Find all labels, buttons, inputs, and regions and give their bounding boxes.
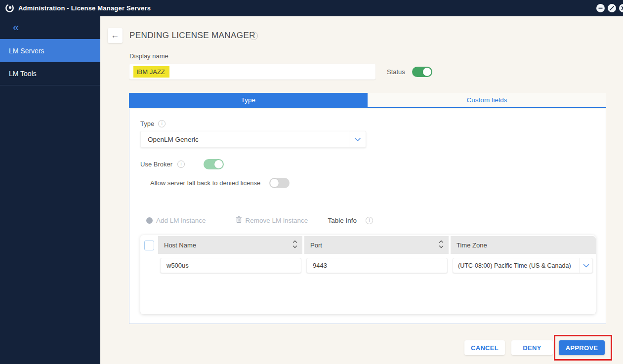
host-name-input[interactable] xyxy=(160,258,301,273)
sort-icon xyxy=(292,240,297,250)
back-arrow-icon: ← xyxy=(111,31,120,40)
app-logo-icon xyxy=(5,3,14,13)
add-lm-instance-label: Add LM instance xyxy=(156,217,206,224)
use-broker-label: Use Broker xyxy=(140,161,172,168)
add-lm-instance-button[interactable]: Add LM instance xyxy=(146,217,206,224)
table-info-icon[interactable] xyxy=(366,217,373,224)
fallback-row: Allow server fall back to denied license xyxy=(150,178,290,188)
toggle-knob xyxy=(214,160,223,168)
restore-icon[interactable] xyxy=(608,4,616,12)
column-header-label: Host Name xyxy=(164,242,196,249)
sidebar-item-label: LM Tools xyxy=(9,70,37,78)
remove-lm-instance-label: Remove LM instance xyxy=(246,217,308,224)
tab-bar: Type Custom fields xyxy=(129,93,606,108)
window-controls xyxy=(596,4,623,12)
remove-lm-instance-button[interactable]: Remove LM instance xyxy=(236,216,308,225)
toggle-knob xyxy=(423,68,431,76)
sidebar: « LM Servers LM Tools xyxy=(0,16,100,364)
display-name-input[interactable]: IBM JAZZ xyxy=(129,64,375,80)
tab-type[interactable]: Type xyxy=(129,93,368,107)
port-input[interactable] xyxy=(306,258,448,273)
add-icon xyxy=(146,217,153,224)
close-icon[interactable] xyxy=(619,4,623,12)
sort-icon xyxy=(439,240,444,250)
use-broker-toggle[interactable] xyxy=(204,159,224,169)
sidebar-item-lm-servers[interactable]: LM Servers xyxy=(0,39,100,62)
table-info-button[interactable]: Table Info xyxy=(328,217,373,224)
column-header-label: Time Zone xyxy=(457,242,487,249)
approve-button[interactable]: APPROVE xyxy=(559,340,605,355)
minimize-icon[interactable] xyxy=(596,4,605,12)
status-label: Status xyxy=(387,68,405,76)
lm-instance-table: Host Name Port xyxy=(140,235,596,314)
status-toggle[interactable] xyxy=(412,67,432,77)
fallback-toggle[interactable] xyxy=(269,178,290,188)
trash-icon xyxy=(236,216,242,225)
tab-custom-fields[interactable]: Custom fields xyxy=(368,93,606,107)
type-select[interactable]: OpenLM Generic xyxy=(140,131,366,148)
chevron-down-icon xyxy=(349,131,366,147)
column-header-host-name[interactable]: Host Name xyxy=(158,236,302,254)
use-broker-row: Use Broker xyxy=(140,159,224,169)
deny-button[interactable]: DENY xyxy=(511,340,553,355)
sidebar-item-lm-tools[interactable]: LM Tools xyxy=(0,62,100,85)
page-info-icon[interactable] xyxy=(249,32,258,40)
toggle-knob xyxy=(270,179,279,187)
select-all-checkbox[interactable] xyxy=(144,241,154,250)
type-tab-panel: Type OpenLM Generic Use Broker Allow ser… xyxy=(129,109,606,324)
display-name-value: IBM JAZZ xyxy=(133,66,169,78)
type-label: Type xyxy=(140,120,154,127)
fallback-label: Allow server fall back to denied license xyxy=(150,179,260,187)
time-zone-value: (UTC-08:00) Pacific Time (US & Canada) xyxy=(453,262,579,269)
sidebar-nav: LM Servers LM Tools xyxy=(0,39,100,85)
window-titlebar: Administration - License Manager Servers xyxy=(0,0,623,16)
type-field-label-row: Type xyxy=(140,120,166,127)
window-title: Administration - License Manager Servers xyxy=(18,4,151,12)
main-content: ← PENDING LICENSE MANAGER Display name I… xyxy=(100,16,623,364)
cancel-button[interactable]: CANCEL xyxy=(464,340,505,355)
table-info-label: Table Info xyxy=(328,217,357,224)
display-name-label: Display name xyxy=(129,52,168,60)
type-info-icon[interactable] xyxy=(158,120,166,127)
page-title: PENDING LICENSE MANAGER xyxy=(129,31,255,40)
column-header-port[interactable]: Port xyxy=(304,236,449,254)
use-broker-info-icon[interactable] xyxy=(177,161,185,168)
type-select-value: OpenLM Generic xyxy=(141,136,349,143)
tab-label: Custom fields xyxy=(467,96,507,104)
table-toolbar: Add LM instance Remove LM instance Ta xyxy=(146,216,373,225)
back-button[interactable]: ← xyxy=(108,28,123,43)
column-header-time-zone[interactable]: Time Zone xyxy=(451,236,596,254)
status-field: Status xyxy=(387,67,432,77)
chevron-down-icon xyxy=(579,258,592,273)
tab-label: Type xyxy=(241,96,255,104)
sidebar-item-label: LM Servers xyxy=(9,47,44,55)
time-zone-select[interactable]: (UTC-08:00) Pacific Time (US & Canada) xyxy=(453,258,593,273)
column-header-label: Port xyxy=(310,242,322,249)
collapse-sidebar-icon[interactable]: « xyxy=(0,16,30,33)
